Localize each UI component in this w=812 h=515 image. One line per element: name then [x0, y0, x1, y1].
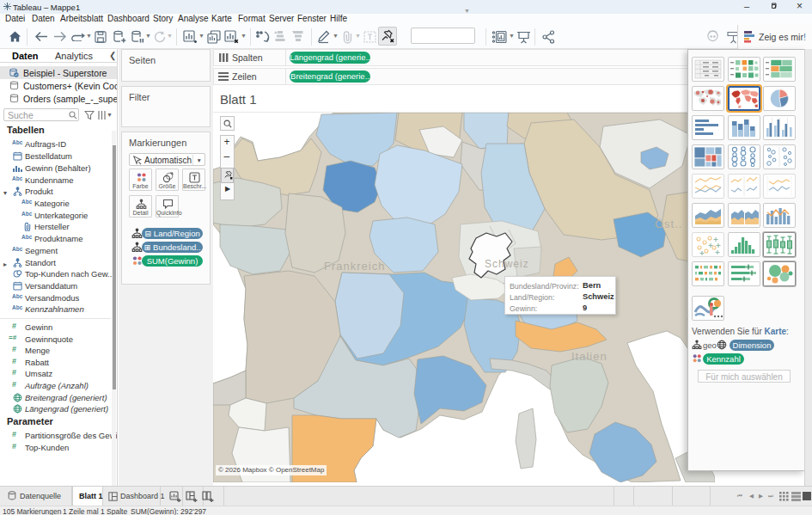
svg-text:Öst..: Öst.. [655, 218, 682, 230]
svg-text:Frankreich: Frankreich [324, 260, 385, 273]
svg-text:Italien: Italien [571, 350, 607, 363]
svg-text:Schweiz: Schweiz [485, 258, 529, 270]
